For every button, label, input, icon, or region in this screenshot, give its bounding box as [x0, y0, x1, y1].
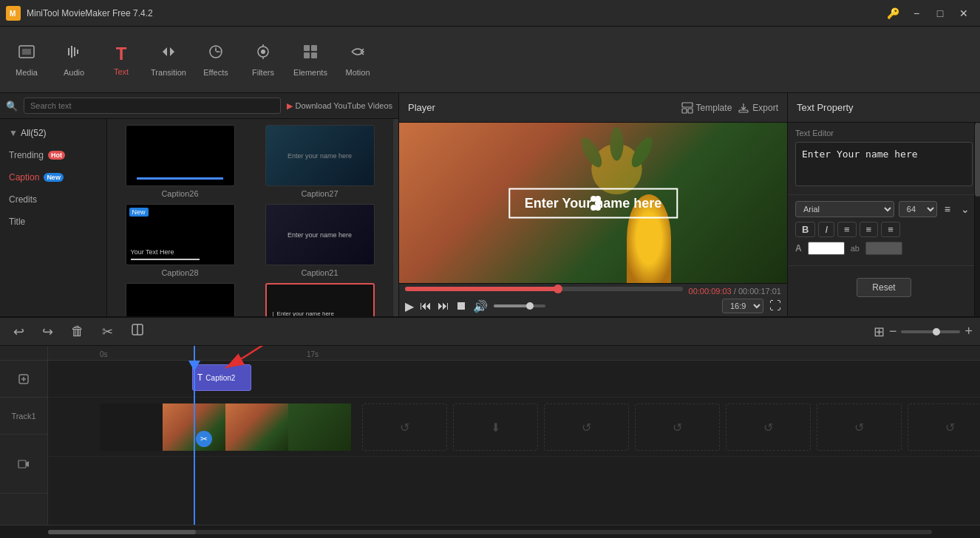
thumb-img-caption22[interactable]: Enter your name here	[126, 283, 235, 316]
prev-frame-button[interactable]: ⏮	[420, 299, 432, 313]
empty-slot-4[interactable]: ↺	[635, 404, 720, 451]
sidebar-item-title[interactable]: Title	[0, 211, 106, 233]
play-button[interactable]: ▶	[405, 299, 414, 313]
text-editor-title: Text Editor	[795, 129, 973, 137]
right-panel-scroll[interactable]: Text Editor Enter Your name here Arial T…	[788, 123, 980, 316]
add-track-button[interactable]	[0, 361, 47, 398]
toolbar-media[interactable]: Media	[3, 30, 50, 89]
toolbar-motion[interactable]: Motion	[334, 30, 381, 89]
maximize-button[interactable]: □	[930, 6, 950, 21]
font-family-select[interactable]: Arial Times New Roman Verdana	[795, 201, 894, 217]
thumb-img-caption28[interactable]: New Your Text Here	[126, 204, 235, 265]
thumb-img-caption27[interactable]: Enter your name here	[265, 125, 375, 186]
track1-label: Track1	[0, 398, 47, 435]
scissors-icon[interactable]: ✂	[196, 431, 212, 447]
empty-slot-3[interactable]: ↺	[544, 404, 629, 451]
align-right-button[interactable]: ≡	[881, 222, 900, 237]
split-button[interactable]	[125, 320, 150, 343]
thumbnail-caption23[interactable]: | Enter your name here + Caption23	[253, 283, 387, 316]
align-center-button[interactable]: ≡	[860, 222, 879, 237]
thumbnail-caption22[interactable]: Enter your name here Caption22	[113, 283, 247, 316]
fullscreen-button[interactable]: ⛶	[769, 299, 781, 313]
empty-slot-2[interactable]: ⬇	[453, 404, 538, 451]
zoom-in-button[interactable]: +	[964, 324, 973, 339]
sidebar-item-credits[interactable]: Credits	[0, 188, 106, 211]
aspect-ratio-select[interactable]: 16:9 9:16 1:1 4:3	[722, 299, 763, 313]
stop-button[interactable]: ⏹	[455, 299, 467, 313]
media-icon	[18, 43, 35, 65]
export-label: Export	[752, 103, 778, 113]
minimize-button[interactable]: −	[906, 6, 927, 21]
sidebar-item-caption[interactable]: Caption New	[0, 166, 106, 188]
empty-slot-7[interactable]: ↺	[908, 404, 980, 451]
next-frame-button[interactable]: ⏭	[438, 299, 449, 313]
sidebar-item-all[interactable]: ▼ All(52)	[0, 122, 106, 144]
indent-button[interactable]: ⌄	[958, 202, 973, 217]
template-button[interactable]: Template	[681, 102, 732, 114]
progress-bar[interactable]	[405, 287, 683, 291]
toolbar-transition[interactable]: Transition	[145, 30, 192, 89]
cut-button[interactable]: ✂	[96, 321, 119, 343]
toolbar-effects[interactable]: Effects	[192, 30, 239, 89]
titlebar: M MiniTool MovieMaker Free 7.4.2 🔑 − □ ✕	[0, 0, 980, 27]
thumb-img-caption21[interactable]: Enter your name here	[265, 204, 375, 265]
text-editor-input[interactable]: Enter Your name here	[795, 142, 973, 186]
key-icon[interactable]: 🔑	[882, 6, 903, 21]
svg-rect-11	[304, 52, 310, 58]
thumbnail-caption28[interactable]: New Your Text Here Caption28	[113, 204, 247, 277]
svg-rect-14	[682, 109, 687, 113]
svg-rect-12	[311, 52, 317, 58]
shadow-color-swatch[interactable]	[865, 242, 902, 255]
align-left-button[interactable]: ≡	[837, 222, 857, 237]
timeline-scroll-thumb[interactable]	[48, 530, 196, 534]
thumb-img-caption26[interactable]	[126, 125, 235, 186]
download-youtube-button[interactable]: ▶ Download YouTube Videos	[287, 101, 393, 111]
font-size-select[interactable]: 64 32 48 72 96	[899, 201, 937, 217]
thumbnail-caption26[interactable]: Caption26	[113, 125, 247, 198]
volume-bar[interactable]	[494, 304, 545, 307]
reset-button[interactable]: Reset	[857, 278, 911, 297]
thumbnail-caption27[interactable]: Enter your name here Caption27	[253, 125, 387, 198]
volume-button[interactable]: 🔊	[473, 299, 488, 313]
toolbar-elements[interactable]: Elements	[287, 30, 334, 89]
undo-button[interactable]: ↩	[7, 321, 30, 343]
empty-slot-1[interactable]: ↺	[362, 404, 447, 451]
video-clip[interactable]	[100, 404, 358, 451]
empty-slot-5[interactable]: ↺	[726, 404, 811, 451]
search-input[interactable]	[24, 98, 281, 114]
italic-button[interactable]: I	[818, 222, 834, 237]
toolbar-text[interactable]: T Text	[98, 30, 145, 89]
list-format-button[interactable]: ≡	[942, 202, 953, 217]
zoom-out-button[interactable]: −	[889, 324, 897, 339]
caption-clip[interactable]: T Caption2	[192, 364, 251, 391]
text-color-swatch[interactable]	[808, 242, 845, 255]
export-button[interactable]: Export	[738, 102, 778, 114]
template-label: Template	[696, 103, 732, 113]
video-background: Enter Your name here	[399, 123, 787, 283]
font-row: Arial Times New Roman Verdana 64 32 48 7…	[795, 201, 973, 217]
fit-to-screen-button[interactable]: ⊞	[874, 324, 885, 340]
toolbar-transition-label: Transition	[151, 68, 186, 77]
zoom-thumb[interactable]	[933, 328, 940, 336]
progress-thumb[interactable]	[554, 285, 562, 293]
toolbar-text-label: Text	[114, 67, 129, 76]
empty-slot-6[interactable]: ↺	[817, 404, 902, 451]
timeline-scroll-track[interactable]	[48, 530, 932, 534]
toolbar-filters[interactable]: Filters	[239, 30, 287, 89]
video-overlay-text[interactable]: Enter Your name here	[508, 188, 678, 218]
close-button[interactable]: ✕	[953, 6, 974, 21]
redo-button[interactable]: ↪	[36, 321, 59, 343]
delete-button[interactable]: 🗑	[65, 321, 90, 342]
player-controls: 00:00:09:03 / 00:00:17:01 ▶ ⏮ ⏭ ⏹ 🔊 16:9…	[399, 283, 787, 316]
sidebar-item-trending[interactable]: Trending Hot	[0, 144, 106, 166]
thumb-img-caption23[interactable]: | Enter your name here +	[265, 283, 375, 316]
zoom-slider[interactable]	[901, 330, 960, 333]
timeline-scrollbar[interactable]	[0, 525, 980, 538]
thumbnail-caption21[interactable]: Enter your name here Caption21	[253, 204, 387, 277]
scrollbar-thumb[interactable]	[975, 123, 980, 197]
time-total: 00:00:17:01	[738, 287, 781, 296]
bold-button[interactable]: B	[795, 222, 815, 237]
svg-point-18	[610, 127, 623, 161]
toolbar-audio[interactable]: Audio	[50, 30, 98, 89]
scroll-divider	[392, 119, 398, 316]
